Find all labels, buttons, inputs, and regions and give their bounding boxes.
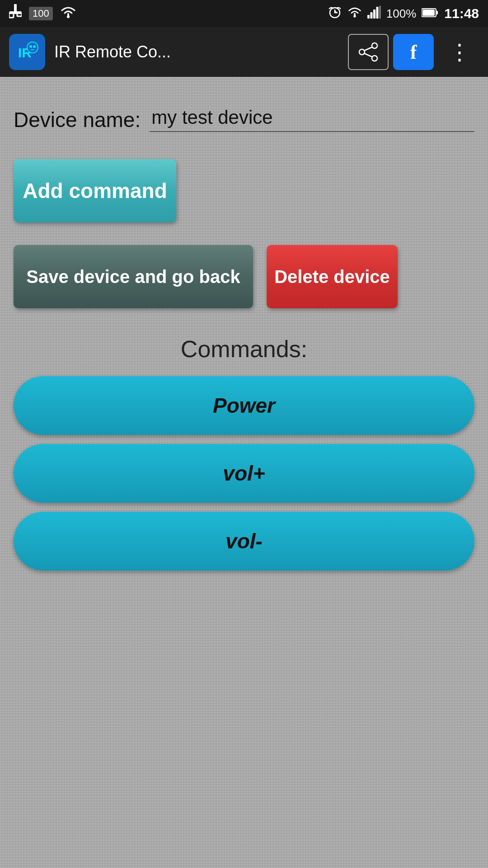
more-button[interactable]: ⋮: [438, 34, 479, 70]
svg-rect-11: [379, 6, 381, 19]
main-content: Device name: Add command Save device and…: [0, 77, 488, 868]
svg-rect-14: [422, 9, 435, 16]
svg-line-24: [364, 53, 372, 57]
command-button-volminus[interactable]: vol-: [14, 512, 474, 571]
device-name-row: Device name:: [14, 104, 474, 132]
battery-level-indicator: 100: [29, 7, 53, 20]
facebook-icon: f: [410, 41, 417, 64]
command-button-power[interactable]: Power: [14, 376, 474, 435]
app-title: IR Remote Co...: [54, 42, 339, 61]
status-bar-right: 100% 11:48: [328, 5, 479, 23]
svg-point-6: [353, 15, 356, 17]
device-name-input[interactable]: [150, 104, 474, 132]
commands-section: Commands: Power vol+ vol-: [14, 335, 474, 571]
svg-rect-2: [9, 13, 14, 18]
app-bar-actions: f ⋮: [348, 34, 479, 70]
facebook-button[interactable]: f: [393, 34, 434, 70]
status-wifi-icon: [347, 6, 362, 22]
signal-icon: [367, 6, 381, 22]
svg-point-21: [359, 49, 365, 55]
action-row: Save device and go back Delete device: [14, 245, 474, 308]
app-bar: IR IR Remote Co... f ⋮: [0, 27, 488, 77]
app-icon: IR: [9, 34, 45, 70]
delete-device-button[interactable]: Delete device: [267, 245, 398, 308]
svg-point-19: [33, 45, 36, 48]
svg-line-23: [364, 47, 372, 51]
svg-rect-10: [376, 7, 378, 19]
usb-icon: [9, 4, 22, 24]
svg-point-22: [372, 56, 377, 61]
status-time: 11:48: [444, 6, 479, 21]
battery-percent: 100%: [386, 7, 417, 21]
svg-rect-9: [373, 9, 375, 19]
svg-point-4: [67, 15, 70, 18]
add-command-button[interactable]: Add command: [14, 159, 176, 222]
device-name-label: Device name:: [14, 108, 141, 132]
svg-point-17: [27, 42, 38, 53]
share-button[interactable]: [348, 34, 389, 70]
svg-point-20: [372, 43, 377, 48]
svg-rect-8: [370, 12, 372, 19]
more-icon: ⋮: [449, 39, 469, 65]
wifi-icon: [60, 6, 76, 22]
save-device-button[interactable]: Save device and go back: [14, 245, 253, 308]
alarm-icon: [328, 5, 342, 23]
command-button-volplus[interactable]: vol+: [14, 444, 474, 503]
svg-point-18: [29, 45, 32, 48]
status-bar-left: 100: [9, 4, 76, 24]
battery-icon: [422, 7, 439, 21]
svg-rect-7: [367, 15, 370, 19]
commands-title: Commands:: [14, 335, 474, 363]
svg-rect-13: [436, 11, 438, 14]
svg-rect-3: [17, 13, 22, 16]
status-bar: 100: [0, 0, 488, 27]
